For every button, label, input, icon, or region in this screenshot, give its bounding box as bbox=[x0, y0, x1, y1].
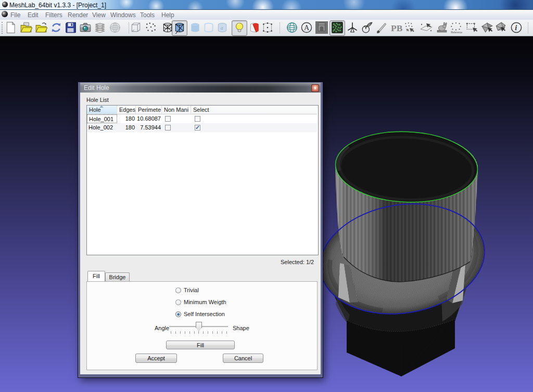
svg-text:a: a bbox=[221, 25, 223, 31]
svg-text:A: A bbox=[304, 23, 310, 32]
svg-text:i: i bbox=[515, 23, 517, 32]
svg-text:PB: PB bbox=[391, 23, 403, 33]
svg-text:Reference: Reference bbox=[451, 31, 462, 34]
